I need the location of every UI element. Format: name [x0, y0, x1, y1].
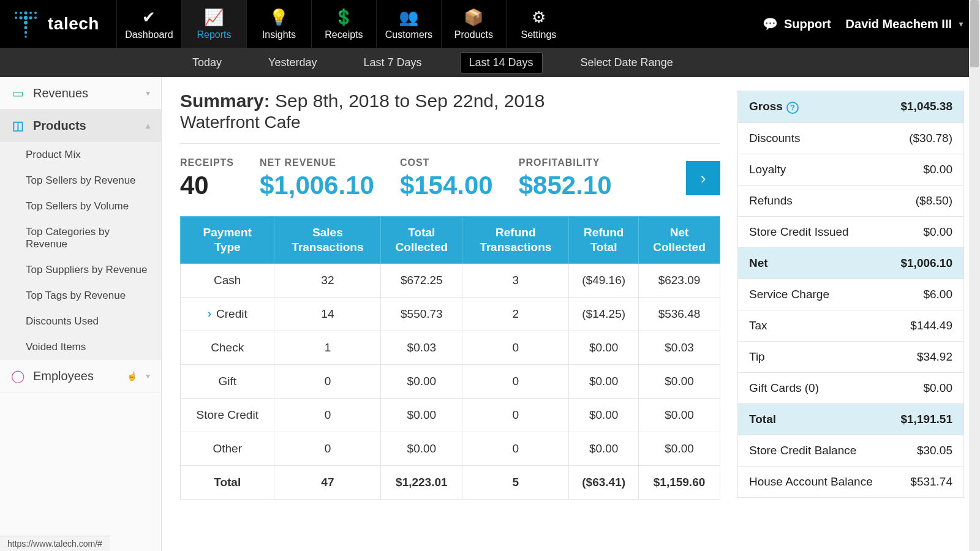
sidebar-group-employees[interactable]: ◯ Employees ☝ ▾	[0, 360, 161, 392]
breakdown-label: Discounts	[749, 132, 800, 145]
next-button[interactable]: ›	[686, 161, 720, 195]
sidebar-group-revenues[interactable]: ▭ Revenues ▾	[0, 77, 161, 110]
nav-insights[interactable]: 💡Insights	[246, 0, 311, 48]
chevron-down-icon: ▾	[146, 371, 150, 381]
nav-reports[interactable]: 📈Reports	[181, 0, 246, 48]
nav-label: Customers	[385, 29, 432, 40]
breakdown-value: $30.05	[917, 444, 952, 457]
sidebar-label: Employees	[33, 369, 118, 383]
svg-point-7	[24, 16, 28, 20]
breakdown-row: Loyalty$0.00	[738, 154, 963, 186]
sidebar-item-top-sellers-by-revenue[interactable]: Top Sellers by Revenue	[0, 168, 161, 193]
date-range-yesterday[interactable]: Yesterday	[260, 53, 325, 73]
cell: $0.00	[569, 364, 639, 398]
nav-customers[interactable]: 👥Customers	[376, 0, 441, 48]
cell: $0.00	[569, 398, 639, 432]
breakdown-row: Refunds($8.50)	[738, 186, 963, 217]
scrollbar-thumb[interactable]	[970, 0, 979, 67]
breakdown-value: $0.00	[923, 163, 952, 176]
cell: 0	[462, 398, 569, 432]
insights-icon: 💡	[269, 8, 288, 27]
breakdown-row: Gift Cards (0)$0.00	[738, 373, 963, 404]
customers-icon: 👥	[399, 8, 418, 27]
location-name: Waterfront Cafe	[180, 113, 720, 132]
kpi-receipts: RECEIPTS 40	[180, 157, 234, 200]
cell: 2	[462, 297, 569, 331]
receipts-icon: 💲	[334, 8, 353, 27]
col-header: RefundTransactions	[462, 217, 569, 264]
svg-point-2	[24, 11, 27, 14]
nav-label: Insights	[262, 29, 296, 40]
payments-table: PaymentTypeSalesTransactionsTotalCollect…	[180, 216, 720, 500]
date-range-select-date-range[interactable]: Select Date Range	[572, 53, 682, 73]
breakdown-label: Total	[749, 413, 776, 426]
nav-settings[interactable]: ⚙Settings	[506, 0, 571, 48]
breakdown-value: $0.00	[923, 381, 952, 395]
table-row-total: Total47$1,223.015($63.41)$1,159.60	[181, 465, 720, 499]
reports-icon: 📈	[204, 8, 224, 27]
breakdown-row: Tip$34.92	[738, 342, 963, 373]
support-button[interactable]: 💬 Support	[748, 0, 846, 48]
svg-point-10	[24, 21, 28, 24]
nav-label: Products	[454, 29, 493, 40]
nav-label: Settings	[521, 29, 557, 40]
kpi-cost: COST $154.00	[400, 157, 493, 200]
sidebar-item-discounts-used[interactable]: Discounts Used	[0, 309, 161, 334]
table-row[interactable]: ›Credit14$550.732($14.25)$536.48	[181, 297, 720, 331]
col-header: TotalCollected	[381, 217, 462, 264]
cell: $0.00	[381, 364, 462, 398]
cell-type: Gift	[181, 364, 274, 398]
cell-type: ›Credit	[181, 297, 274, 331]
breakdown-label: Loyalty	[749, 163, 786, 176]
breakdown-row: House Account Balance$531.74	[738, 467, 963, 497]
cell: ($14.25)	[569, 297, 639, 331]
svg-point-13	[24, 36, 27, 38]
breakdown-row: Store Credit Issued$0.00	[738, 217, 963, 248]
sidebar-item-voided-items[interactable]: Voided Items	[0, 334, 161, 360]
sidebar-group-products[interactable]: ◫ Products ▴	[0, 110, 161, 142]
nav-receipts[interactable]: 💲Receipts	[311, 0, 376, 48]
cell: $0.03	[639, 331, 720, 364]
help-icon[interactable]: ?	[786, 102, 799, 114]
sidebar-item-top-categories-by-revenue[interactable]: Top Categories by Revenue	[0, 219, 161, 257]
scrollbar[interactable]	[969, 0, 980, 551]
sidebar-item-top-suppliers-by-revenue[interactable]: Top Suppliers by Revenue	[0, 257, 161, 283]
nav-products[interactable]: 📦Products	[441, 0, 506, 48]
chevron-down-icon: ▾	[146, 88, 150, 98]
breakdown-row: Total$1,191.51	[738, 404, 963, 435]
nav-dashboard[interactable]: ✔Dashboard	[116, 0, 181, 48]
cell: 0	[274, 398, 381, 432]
user-menu[interactable]: David Meachem III ▾	[846, 0, 980, 48]
breakdown-value: $0.00	[923, 225, 952, 239]
sidebar-item-product-mix[interactable]: Product Mix	[0, 142, 161, 168]
breakdown-label: Tip	[749, 350, 765, 364]
svg-point-11	[24, 26, 27, 29]
expand-icon[interactable]: ›	[208, 307, 211, 320]
cell: $0.00	[639, 398, 720, 432]
cell: $0.00	[639, 432, 720, 465]
cell-type: Other	[181, 432, 274, 465]
cell: 1	[274, 331, 381, 364]
breakdown-row: Discounts($30.78)	[738, 123, 963, 154]
status-bar-url: https://www.talech.com/#	[0, 536, 110, 551]
chevron-down-icon: ▾	[959, 20, 963, 28]
kpi-net-revenue: NET REVENUE $1,006.10	[260, 157, 374, 200]
date-range-today[interactable]: Today	[184, 53, 230, 73]
cell: 0	[462, 364, 569, 398]
sidebar-item-top-tags-by-revenue[interactable]: Top Tags by Revenue	[0, 283, 161, 309]
cell: $550.73	[381, 297, 462, 331]
cell-type: Store Credit	[181, 398, 274, 432]
breakdown-label: Store Credit Issued	[749, 225, 849, 239]
svg-point-6	[19, 16, 22, 19]
date-range-last-7-days[interactable]: Last 7 Days	[355, 53, 430, 73]
cell: $0.00	[569, 432, 639, 465]
brand[interactable]: talech	[0, 0, 116, 48]
cell: $623.09	[639, 263, 720, 297]
cell: 3	[462, 263, 569, 297]
nav-label: Dashboard	[125, 29, 173, 40]
top-nav: talech ✔Dashboard📈Reports💡Insights💲Recei…	[0, 0, 980, 48]
cursor-icon: ☝	[127, 371, 137, 381]
cell: 32	[274, 263, 381, 297]
sidebar-item-top-sellers-by-volume[interactable]: Top Sellers by Volume	[0, 193, 161, 219]
date-range-last-14-days[interactable]: Last 14 Days	[460, 52, 543, 73]
